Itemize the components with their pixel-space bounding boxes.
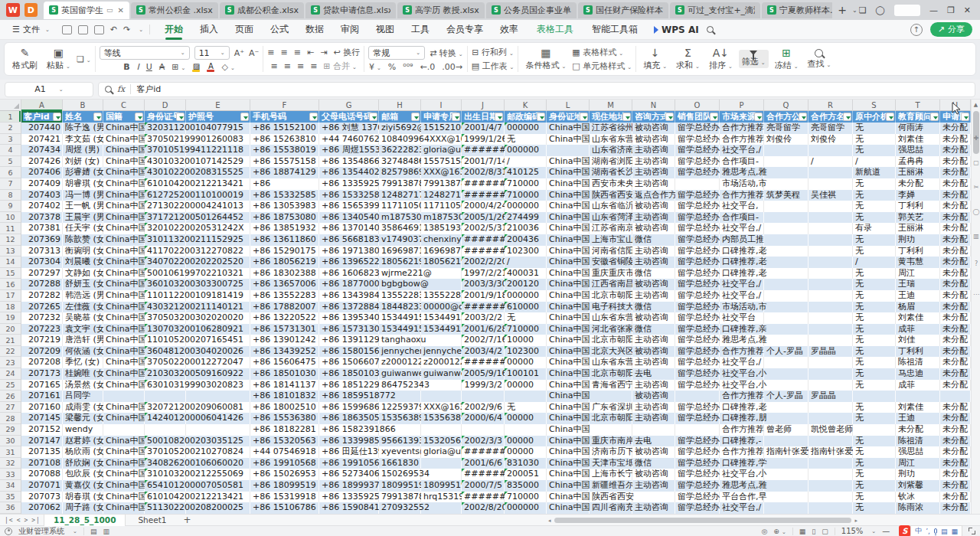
cell[interactable]: 凯悦曾老师 [808, 424, 896, 436]
cell[interactable]: 主动咨询 [632, 178, 720, 190]
menu-tab[interactable]: 数据 [297, 21, 332, 38]
cell[interactable]: 周煜 (男) [63, 145, 103, 156]
cell[interactable]: 合作方推荐 [720, 424, 764, 436]
cell[interactable]: ######## [462, 246, 505, 257]
cell[interactable]: +86 1354866895 [319, 156, 379, 168]
cell[interactable]: 1999/3/2 [462, 380, 505, 391]
cell[interactable]: China中国 [547, 357, 590, 368]
align-bottom-icon[interactable]: ≡ [294, 47, 301, 57]
cell[interactable]: 340702200202202520 [145, 257, 250, 268]
cell[interactable]: 207297 [21, 268, 63, 279]
cell[interactable]: China中国 [103, 190, 145, 201]
cell[interactable]: 207406 [21, 167, 63, 178]
cell[interactable]: China中国 [103, 212, 145, 224]
row-header[interactable]: 34 [0, 480, 21, 492]
header-cell[interactable]: 客户id [21, 111, 63, 123]
cell[interactable]: 留学总经办 [675, 201, 720, 212]
side-scissors-icon[interactable]: ✂ [972, 184, 980, 191]
cell[interactable]: 200436 [505, 234, 547, 246]
cell[interactable]: 包欣辰 (女) [63, 469, 103, 480]
cell[interactable]: China中国 [103, 436, 145, 447]
cell[interactable]: +86 17882007 [250, 302, 319, 313]
cell[interactable]: +86 13901242 [250, 335, 319, 346]
cell[interactable]: 微信 [632, 324, 675, 335]
align-top-icon[interactable]: ≡ [267, 47, 274, 57]
cell[interactable]: 丁利利 [896, 201, 940, 212]
cell[interactable]: 刘晨曦 (女) [63, 257, 103, 268]
align-left-icon[interactable]: ≡ [270, 61, 277, 71]
cell[interactable]: 无 [853, 335, 896, 346]
cell[interactable]: +86 1590841990 [319, 502, 379, 514]
cell[interactable]: 个人-罗晶 [764, 346, 808, 358]
cell[interactable]: 王丽淋 [896, 167, 940, 178]
cell[interactable]: 未分配 [940, 212, 971, 224]
sheet-nav-first-icon[interactable]: |< [5, 517, 14, 524]
cell[interactable]: 2002/9/6 [462, 402, 505, 413]
tab-smart-toolbox[interactable]: 智能工具箱 [583, 21, 646, 38]
filter-dropdown-icon[interactable] [411, 113, 420, 121]
cell[interactable]: 未分配 [940, 178, 971, 190]
cell[interactable]: 500108200203035125 [145, 436, 250, 447]
cell[interactable]: 无 [853, 279, 896, 290]
zoom-chevron-icon[interactable]: ⌄ [871, 528, 876, 534]
cell[interactable]: / [505, 156, 547, 168]
cell[interactable]: 刘素佳 [896, 134, 940, 145]
cell[interactable]: / [853, 156, 896, 168]
filter-dropdown-icon[interactable] [710, 113, 718, 121]
font-color-icon[interactable]: A [207, 63, 214, 72]
cell[interactable]: 曾老师 [764, 424, 808, 436]
cell[interactable]: 社交平台,/ [720, 279, 853, 290]
cell[interactable]: 180562199 [379, 257, 421, 268]
cell[interactable]: 去电 [632, 368, 675, 380]
cell[interactable]: 207073 [21, 492, 63, 503]
cell[interactable]: China中国 [103, 123, 145, 134]
cell[interactable]: 358646913 [379, 223, 421, 234]
header-cell[interactable]: 咨询方式 [632, 111, 675, 123]
cell[interactable]: China中国 [103, 290, 145, 302]
cell[interactable]: China中国 [103, 368, 145, 380]
cell[interactable]: +86 13439252 [250, 346, 319, 358]
row-header[interactable]: 2 [0, 123, 21, 134]
cell[interactable]: 153449155 [379, 312, 421, 324]
horizontal-scroll-thumb[interactable] [554, 518, 852, 523]
cell[interactable]: 207288 [21, 279, 63, 290]
cell[interactable]: 710000 [505, 178, 547, 190]
column-header[interactable]: F [250, 100, 319, 111]
sheet-tab[interactable]: Sheet1 [129, 515, 175, 526]
cell[interactable]: 未分配 [940, 380, 971, 391]
cell[interactable]: 124827175 [421, 190, 462, 201]
cell[interactable]: China中国 [547, 178, 590, 190]
cell[interactable]: 市场活动,市 [720, 178, 853, 190]
cell[interactable]: ######## [462, 357, 505, 368]
font-size-select[interactable]: 11⌄ [194, 46, 230, 60]
user-avatar[interactable] [894, 5, 920, 16]
filter-dropdown-icon[interactable] [930, 113, 939, 121]
cell[interactable]: 主动咨询 [632, 413, 675, 424]
cell[interactable]: +86 18501030 [250, 368, 319, 380]
cell[interactable]: 社交平台, [720, 201, 853, 212]
filter-dropdown-icon[interactable] [495, 113, 503, 121]
percent-icon[interactable]: % [388, 62, 396, 72]
cell[interactable]: 未分配 [940, 458, 971, 469]
cell[interactable]: +44 7460762888 [319, 134, 379, 145]
cell[interactable]: 社交平台,小 [720, 368, 853, 380]
cell[interactable]: China中国 [547, 413, 590, 424]
cell[interactable]: / [505, 257, 547, 268]
cell[interactable]: 200051 [505, 469, 547, 480]
cell[interactable]: 陈歆赞 (女) [63, 234, 103, 246]
row-header[interactable]: 32 [0, 458, 21, 469]
cell[interactable]: 丁利利 [896, 246, 940, 257]
cell[interactable]: 李文茹 (女) [63, 134, 103, 145]
underline-icon[interactable]: U [146, 62, 152, 72]
cell[interactable]: 430102200208315525 [145, 167, 250, 178]
cell[interactable]: 153563896 [421, 413, 462, 424]
cell[interactable]: 未分配 [940, 324, 971, 335]
cell[interactable]: 留学总经办 [675, 156, 720, 168]
cell[interactable]: 430103200107142529 [145, 156, 250, 168]
sheet-tab-active[interactable]: 11_28_5_1000 [44, 515, 126, 526]
cell[interactable]: 未分配 [940, 279, 971, 290]
search-icon[interactable] [707, 26, 714, 33]
cell[interactable]: +44 07546918 [250, 446, 319, 458]
cell[interactable]: 平台合作,早 [720, 492, 853, 503]
menu-tab[interactable]: 开始 [156, 21, 191, 38]
